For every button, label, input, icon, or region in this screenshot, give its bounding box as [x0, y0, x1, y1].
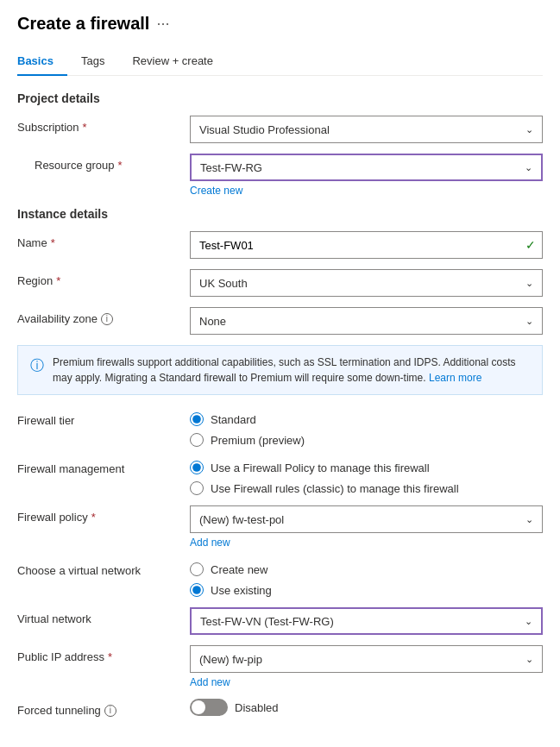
resource-group-chevron-icon: ⌄: [525, 162, 532, 173]
public-ip-label: Public IP address *: [17, 645, 190, 663]
firewall-management-label: Firewall management: [17, 457, 190, 475]
public-ip-control: (New) fw-pip ⌄ Add new: [190, 645, 543, 688]
virtual-network-dropdown[interactable]: Test-FW-VN (Test-FW-RG) ⌄: [190, 607, 543, 635]
public-ip-required: *: [108, 650, 112, 663]
name-row: Name * ✓: [17, 231, 543, 259]
region-required: *: [56, 274, 60, 287]
firewall-management-policy[interactable]: Use a Firewall Policy to manage this fir…: [190, 461, 543, 474]
name-control: ✓: [190, 231, 543, 259]
tab-tags[interactable]: Tags: [67, 47, 118, 76]
page-header: Create a firewall ···: [17, 14, 543, 34]
tab-review-create[interactable]: Review + create: [118, 47, 227, 76]
add-new-public-ip-link[interactable]: Add new: [190, 676, 230, 688]
firewall-tier-premium[interactable]: Premium (preview): [190, 433, 543, 447]
firewall-management-radio-group: Use a Firewall Policy to manage this fir…: [190, 457, 543, 495]
forced-tunneling-info-icon[interactable]: i: [104, 705, 116, 717]
region-row: Region * UK South ⌄: [17, 269, 543, 297]
choose-vnet-radio-group: Create new Use existing: [190, 559, 543, 597]
name-required: *: [51, 236, 55, 249]
firewall-tier-premium-radio[interactable]: [190, 433, 204, 447]
public-ip-dropdown[interactable]: (New) fw-pip ⌄: [190, 645, 543, 673]
firewall-policy-row: Firewall policy * (New) fw-test-pol ⌄ Ad…: [17, 505, 543, 549]
choose-vnet-row: Choose a virtual network Create new Use …: [17, 559, 543, 597]
forced-tunneling-label: Forced tunneling i: [17, 699, 190, 717]
forced-tunneling-toggle[interactable]: Disabled: [190, 699, 279, 716]
vnet-use-existing-radio[interactable]: [190, 583, 204, 597]
resource-group-label: Resource group *: [35, 154, 190, 172]
firewall-tier-standard-radio[interactable]: [190, 412, 204, 426]
public-ip-chevron-icon: ⌄: [525, 654, 533, 665]
resource-group-required: *: [118, 159, 123, 172]
virtual-network-chevron-icon: ⌄: [525, 616, 532, 627]
subscription-required: *: [83, 121, 87, 134]
forced-tunneling-toggle-track[interactable]: [190, 699, 228, 716]
vnet-create-new[interactable]: Create new: [190, 562, 543, 576]
region-control: UK South ⌄: [190, 269, 543, 297]
availability-zone-row: Availability zone i None ⌄: [17, 307, 543, 335]
more-options-icon[interactable]: ···: [156, 15, 169, 33]
instance-details-title: Instance details: [17, 207, 543, 221]
firewall-policy-chevron-icon: ⌄: [525, 514, 533, 525]
subscription-dropdown[interactable]: Visual Studio Professional ⌄: [190, 116, 543, 143]
tab-basics[interactable]: Basics: [17, 47, 67, 76]
firewall-tier-row: Firewall tier Standard Premium (preview): [17, 409, 543, 447]
forced-tunneling-row: Forced tunneling i Disabled: [17, 699, 543, 719]
add-new-firewall-policy-link[interactable]: Add new: [190, 537, 230, 549]
forced-tunneling-control: Disabled: [190, 699, 543, 719]
firewall-tier-label: Firewall tier: [17, 409, 190, 427]
resource-group-dropdown[interactable]: Test-FW-RG ⌄: [190, 154, 543, 181]
availability-zone-info-icon[interactable]: i: [101, 313, 113, 325]
subscription-label: Subscription *: [17, 116, 190, 134]
region-chevron-icon: ⌄: [525, 278, 533, 289]
availability-zone-chevron-icon: ⌄: [525, 316, 533, 327]
create-new-resource-group-link[interactable]: Create new: [190, 185, 242, 197]
firewall-tier-standard[interactable]: Standard: [190, 412, 543, 426]
firewall-tier-radio-group: Standard Premium (preview): [190, 409, 543, 447]
project-details-title: Project details: [17, 91, 543, 105]
firewall-policy-required: *: [91, 511, 96, 524]
name-input[interactable]: [190, 231, 543, 259]
name-valid-icon: ✓: [525, 238, 536, 252]
firewall-tier-control: Standard Premium (preview): [190, 409, 543, 447]
name-input-wrap: ✓: [190, 231, 543, 259]
choose-vnet-control: Create new Use existing: [190, 559, 543, 597]
virtual-network-control: Test-FW-VN (Test-FW-RG) ⌄: [190, 607, 543, 635]
availability-zone-label: Availability zone i: [17, 307, 190, 325]
firewall-management-classic-radio[interactable]: [190, 481, 204, 495]
vnet-use-existing[interactable]: Use existing: [190, 583, 543, 597]
availability-zone-dropdown[interactable]: None ⌄: [190, 307, 543, 335]
forced-tunneling-status: Disabled: [235, 701, 279, 714]
subscription-control: Visual Studio Professional ⌄: [190, 116, 543, 143]
resource-group-control: Test-FW-RG ⌄ Create new: [190, 154, 543, 197]
public-ip-row: Public IP address * (New) fw-pip ⌄ Add n…: [17, 645, 543, 688]
premium-info-box: ⓘ Premium firewalls support additional c…: [17, 345, 543, 395]
info-circle-icon: ⓘ: [30, 355, 44, 386]
availability-zone-control: None ⌄: [190, 307, 543, 335]
page-title: Create a firewall: [17, 14, 149, 34]
choose-vnet-label: Choose a virtual network: [17, 559, 190, 577]
firewall-management-policy-radio[interactable]: [190, 461, 204, 474]
vnet-create-new-radio[interactable]: [190, 562, 204, 576]
region-dropdown[interactable]: UK South ⌄: [190, 269, 543, 297]
firewall-management-row: Firewall management Use a Firewall Polic…: [17, 457, 543, 495]
subscription-row: Subscription * Visual Studio Professiona…: [17, 116, 543, 143]
firewall-management-control: Use a Firewall Policy to manage this fir…: [190, 457, 543, 495]
virtual-network-label: Virtual network: [17, 607, 190, 625]
learn-more-link-premium[interactable]: Learn more: [429, 372, 481, 384]
tab-bar: Basics Tags Review + create: [17, 47, 543, 76]
resource-group-row: Resource group * Test-FW-RG ⌄ Create new: [17, 154, 543, 197]
firewall-policy-control: (New) fw-test-pol ⌄ Add new: [190, 505, 543, 549]
firewall-management-classic[interactable]: Use Firewall rules (classic) to manage t…: [190, 481, 543, 495]
name-label: Name *: [17, 231, 190, 249]
region-label: Region *: [17, 269, 190, 287]
firewall-policy-label: Firewall policy *: [17, 505, 190, 524]
subscription-chevron-icon: ⌄: [525, 124, 533, 135]
firewall-policy-dropdown[interactable]: (New) fw-test-pol ⌄: [190, 505, 543, 533]
forced-tunneling-toggle-thumb: [192, 700, 205, 714]
virtual-network-row: Virtual network Test-FW-VN (Test-FW-RG) …: [17, 607, 543, 635]
